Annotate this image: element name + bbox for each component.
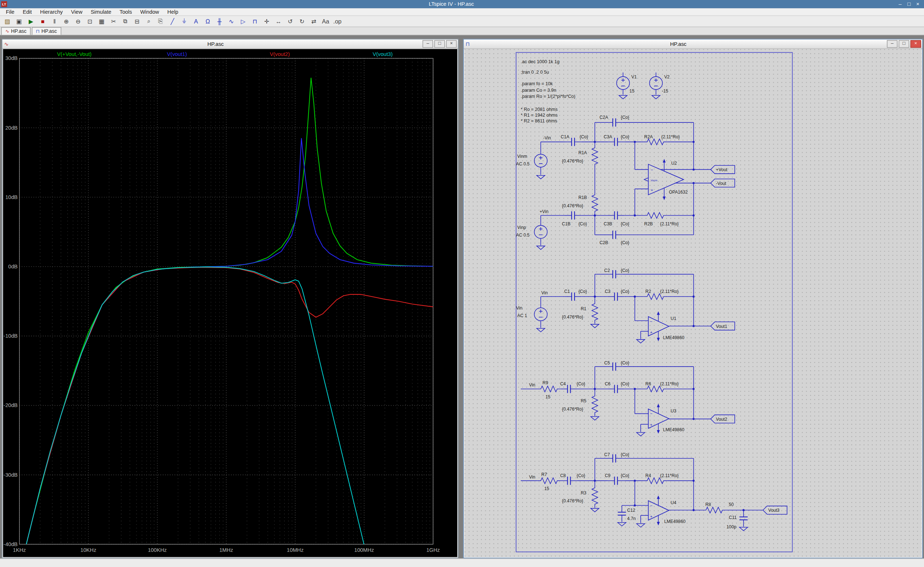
menu-help[interactable]: Help (163, 8, 182, 15)
redo-button[interactable]: ↻ (296, 16, 308, 26)
component-label[interactable]: 15 (545, 394, 550, 399)
schematic-canvas[interactable]: −+Vocm−+−+−++Vout-VoutVout1Vout2Vout3.ac… (465, 49, 922, 557)
component-label[interactable]: OPA1632 (669, 190, 688, 195)
menu-file[interactable]: File (2, 8, 19, 15)
component-label[interactable]: R5 (581, 399, 586, 403)
component-label[interactable]: R2B (644, 221, 653, 226)
print-button[interactable]: ⎘ (155, 16, 166, 26)
diode-button[interactable]: ▷ (237, 16, 249, 26)
component-label[interactable]: 100p (727, 524, 736, 529)
tab-waveform[interactable]: ∿HP.asc (1, 27, 31, 35)
component-label[interactable]: 15 (630, 89, 634, 93)
app-minimize-button[interactable]: – (896, 0, 904, 8)
menu-hierarchy[interactable]: Hierarchy (36, 8, 67, 15)
component-label[interactable]: AC 0.5 (516, 233, 530, 238)
component-label[interactable]: {Co} (621, 381, 630, 387)
label-button[interactable]: A (190, 16, 201, 26)
component-label[interactable]: R9 (543, 380, 548, 385)
component-label[interactable]: {Co} (577, 473, 585, 478)
schematic-window-title-bar[interactable]: ⊓ HP.asc – □ × (464, 39, 922, 49)
component-label[interactable]: R1A (578, 150, 587, 155)
component-label[interactable]: C2 (604, 268, 610, 273)
legend-1[interactable]: V(+Vout,-Vout) (57, 51, 92, 57)
component-label[interactable]: C1 (564, 289, 570, 294)
menu-tools[interactable]: Tools (116, 8, 136, 15)
component-label[interactable]: {2.11*Ro} (660, 473, 679, 478)
component-label[interactable]: C7 (604, 452, 610, 457)
spice-directive-text[interactable]: .param Co = 3.9n (521, 88, 556, 93)
component-label[interactable]: {Co} (621, 289, 630, 294)
app-maximize-button[interactable]: □ (904, 0, 913, 8)
drag-button[interactable]: ↔ (273, 16, 284, 26)
ground-button[interactable]: ⏚ (178, 16, 190, 26)
component-label[interactable]: -15 (662, 89, 669, 93)
legend-3[interactable]: V(vout2) (270, 51, 290, 57)
component-label[interactable]: {0.476*Ro} (562, 159, 583, 164)
waveform-restore-button[interactable]: □ (434, 40, 445, 48)
component-label[interactable]: {2.11*Ro} (660, 221, 679, 226)
component-label[interactable]: Vinp (517, 225, 526, 230)
zoom-full-button[interactable]: ⊡ (84, 16, 95, 26)
component-label[interactable]: {2.11*Ro} (661, 134, 680, 139)
component-label[interactable]: Vin (542, 290, 548, 295)
component-label[interactable]: {Co} (621, 134, 630, 139)
component-label[interactable]: {0.476*Ro} (562, 314, 583, 320)
waveform-minimize-button[interactable]: – (423, 40, 433, 48)
component-label[interactable]: C11 (729, 515, 736, 520)
paste-button[interactable]: ⊟ (131, 16, 142, 26)
undo-button[interactable]: ↺ (285, 16, 296, 26)
grid-button[interactable]: ▦ (96, 16, 107, 26)
component-label[interactable]: {Co} (621, 360, 630, 365)
waveform-window-title-bar[interactable]: ∿ HP.asc – □ × (3, 39, 458, 49)
component-label[interactable]: C3A (603, 134, 612, 139)
component-label[interactable]: {Co} (621, 473, 630, 478)
component-label[interactable]: R2A (644, 134, 653, 139)
component-label[interactable]: {2.11*Ro} (660, 289, 679, 294)
component-label[interactable]: 4.7n (627, 516, 636, 521)
inductor-button[interactable]: ∿ (226, 16, 237, 26)
schematic-restore-button[interactable]: □ (899, 40, 909, 48)
component-label[interactable]: R6 (645, 381, 651, 387)
component-label[interactable]: AC 1 (517, 313, 527, 318)
mirror-button[interactable]: ⇄ (308, 16, 320, 26)
component-label[interactable]: C2B (600, 240, 608, 245)
waveform-close-button[interactable]: × (446, 40, 457, 48)
legend-4[interactable]: V(vout3) (372, 51, 392, 57)
spice-directive-text[interactable]: * R2 = 8611 ohms (521, 119, 557, 123)
component-label[interactable]: C3B (603, 221, 612, 226)
menu-window[interactable]: Window (136, 8, 163, 15)
component-label[interactable]: LME49860 (663, 335, 684, 340)
component-label[interactable]: R2 (645, 289, 651, 294)
component-label[interactable]: C8 (560, 473, 566, 478)
component-label[interactable]: {Co} (621, 115, 630, 120)
component-label[interactable]: R1 (581, 306, 586, 311)
capacitor-button[interactable]: ╫ (214, 16, 225, 26)
component-label[interactable]: {0.476*Ro} (562, 498, 583, 504)
spice-directive-text[interactable]: * R1 = 1942 ohms (521, 113, 558, 118)
waveform-canvas[interactable]: 30dB20dB10dB0dB-10dB-20dB-30dB-40dB1KHz1… (3, 49, 457, 557)
component-label[interactable]: U4 (670, 500, 676, 505)
component-button[interactable]: ⊓ (249, 16, 261, 26)
component-label[interactable]: C1B (562, 221, 571, 226)
component-label[interactable]: LME49860 (664, 519, 686, 524)
component-label[interactable]: R8 (705, 502, 711, 507)
component-label[interactable]: V2 (664, 74, 669, 80)
component-label[interactable]: {Co} (621, 221, 630, 226)
tab-schematic[interactable]: ⊓HP.asc (32, 27, 61, 35)
spice-directive-text[interactable]: * Ro = 2081 ohms (521, 107, 558, 112)
component-label[interactable]: R1B (578, 195, 587, 200)
component-label[interactable]: 15 (544, 486, 549, 491)
component-label[interactable]: U1 (670, 316, 676, 321)
schematic-close-button[interactable]: × (910, 40, 921, 48)
component-label[interactable]: {2.11*Ro} (660, 381, 679, 387)
find-button[interactable]: ⌕ (143, 16, 154, 26)
component-label[interactable]: R7 (542, 472, 547, 477)
component-label[interactable]: U2 (671, 161, 677, 166)
component-label[interactable]: 50 (729, 502, 734, 507)
legend-2[interactable]: V(vout1) (167, 51, 187, 57)
component-label[interactable]: {Co} (577, 381, 585, 387)
cut-button[interactable]: ✂ (108, 16, 119, 26)
component-label[interactable]: C6 (605, 381, 611, 387)
move-button[interactable]: ✛ (261, 16, 272, 26)
component-label[interactable]: Vin (529, 475, 535, 480)
